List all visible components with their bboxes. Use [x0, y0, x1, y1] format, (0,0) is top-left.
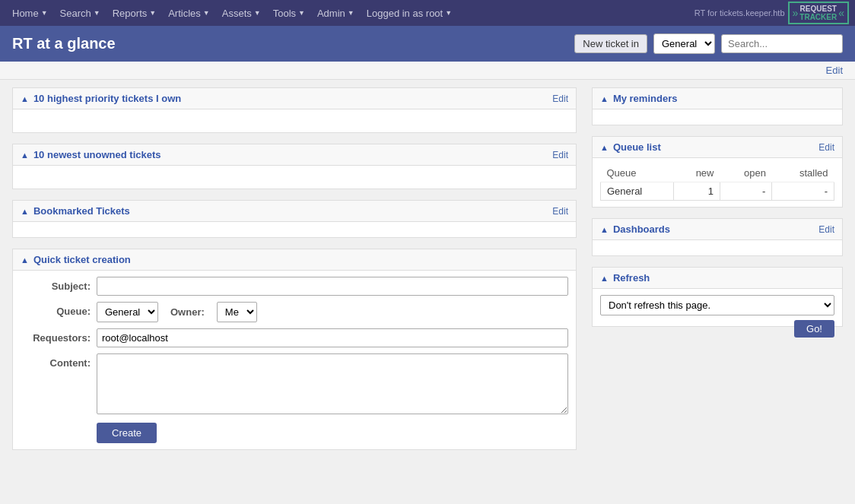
- requestors-label: Requestors:: [21, 328, 97, 344]
- newest-unowned-widget: ▲ 10 newest unowned tickets Edit: [12, 144, 577, 189]
- refresh-title: ▲ Refresh: [600, 272, 650, 284]
- quick-ticket-header: ▲ Quick ticket creation: [13, 249, 576, 271]
- queue-list-header: ▲ Queue list Edit: [593, 137, 842, 158]
- nav-articles-label: Articles: [168, 8, 201, 19]
- new-col-header: new: [674, 164, 720, 182]
- nav-reports-caret: ▼: [149, 9, 156, 17]
- quick-ticket-queue-select[interactable]: General: [97, 302, 158, 322]
- queue-list-title: ▲ Queue list: [600, 141, 661, 153]
- refresh-select[interactable]: Don't refresh this page. Every 2 minutes…: [600, 295, 834, 315]
- dashboards-title: ▲ Dashboards: [600, 223, 670, 235]
- reminders-widget: ▲ My reminders: [592, 87, 843, 125]
- nav-home-label: Home: [12, 8, 39, 19]
- titlebar-right: New ticket in General: [574, 33, 843, 54]
- nav-search-label: Search: [60, 8, 91, 19]
- bookmarked-collapse-icon[interactable]: ▲: [21, 207, 29, 216]
- newest-unowned-collapse-icon[interactable]: ▲: [21, 151, 29, 160]
- top-navbar: Home ▼ Search ▼ Reports ▼ Articles ▼ Ass…: [0, 0, 855, 26]
- quick-ticket-body: Subject: Queue: General Owner: Me: [13, 271, 576, 449]
- requestors-input[interactable]: [97, 328, 568, 347]
- newest-unowned-header: ▲ 10 newest unowned tickets Edit: [13, 144, 576, 166]
- refresh-collapse-icon[interactable]: ▲: [600, 274, 609, 283]
- reminders-title: ▲ My reminders: [600, 93, 677, 104]
- highest-priority-widget: ▲ 10 highest priority tickets I own Edit: [12, 87, 577, 133]
- dashboards-collapse-icon[interactable]: ▲: [600, 225, 609, 234]
- logo-tracker-text: TRACKER: [799, 13, 837, 21]
- right-column: ▲ My reminders ▲ Queue list Edit Queu: [592, 87, 843, 461]
- nav-home-caret: ▼: [41, 9, 48, 17]
- reminders-body: [593, 109, 842, 125]
- content-row: Content:: [21, 353, 568, 417]
- nav-reports[interactable]: Reports ▼: [106, 3, 162, 24]
- refresh-title-text: Refresh: [613, 272, 650, 284]
- table-row: General 1 - -: [601, 182, 834, 201]
- new-ticket-button[interactable]: New ticket in: [574, 34, 647, 53]
- subject-field: [97, 277, 568, 296]
- subject-input[interactable]: [97, 277, 568, 296]
- nav-search-caret: ▼: [94, 9, 100, 17]
- nav-user[interactable]: Logged in as root ▼: [361, 3, 458, 24]
- highest-priority-collapse-icon[interactable]: ▲: [21, 94, 29, 103]
- logo-box: » REQUEST TRACKER «: [788, 2, 849, 24]
- newest-unowned-edit-link[interactable]: Edit: [552, 150, 568, 160]
- top-edit-link[interactable]: Edit: [826, 65, 843, 76]
- queue-new-cell: 1: [674, 182, 720, 201]
- nav-admin-caret: ▼: [348, 9, 354, 17]
- requestors-field: [97, 328, 568, 347]
- queue-stalled-cell: -: [772, 182, 834, 201]
- nav-tools[interactable]: Tools ▼: [267, 3, 311, 24]
- requestors-row: Requestors:: [21, 328, 568, 347]
- open-col-header: open: [720, 164, 772, 182]
- nav-user-label: Logged in as root: [367, 8, 443, 19]
- content-field: [97, 353, 568, 417]
- dashboards-widget: ▲ Dashboards Edit: [592, 218, 843, 256]
- nav-admin-label: Admin: [317, 8, 345, 19]
- queue-col-header: Queue: [601, 164, 674, 182]
- logo-left-arrows: »: [793, 7, 799, 19]
- edit-bar: Edit: [0, 62, 855, 80]
- titlebar: RT at a glance New ticket in General: [0, 26, 855, 62]
- owner-select[interactable]: Me: [217, 302, 257, 322]
- go-button[interactable]: Go!: [794, 320, 834, 338]
- main-content: ▲ 10 highest priority tickets I own Edit…: [0, 80, 855, 468]
- queue-select[interactable]: General: [653, 33, 715, 54]
- nav-assets[interactable]: Assets ▼: [216, 3, 267, 24]
- highest-priority-edit-link[interactable]: Edit: [552, 94, 568, 104]
- queue-list-edit-link[interactable]: Edit: [818, 142, 834, 153]
- reminders-collapse-icon[interactable]: ▲: [600, 94, 609, 103]
- nav-articles-caret: ▼: [203, 9, 210, 17]
- bookmarked-edit-link[interactable]: Edit: [552, 206, 568, 217]
- queue-list-collapse-icon[interactable]: ▲: [600, 143, 609, 152]
- refresh-body: Don't refresh this page. Every 2 minutes…: [593, 289, 842, 326]
- dashboards-title-text: Dashboards: [613, 223, 670, 235]
- nav-reports-label: Reports: [113, 8, 148, 19]
- subject-label: Subject:: [21, 277, 97, 292]
- queue-open-cell: -: [720, 182, 772, 201]
- highest-priority-title: ▲ 10 highest priority tickets I own: [21, 93, 181, 104]
- quick-ticket-collapse-icon[interactable]: ▲: [21, 255, 29, 265]
- queue-list-title-text: Queue list: [613, 141, 661, 153]
- rt-site-label: RT for tickets.keeper.htb: [694, 8, 785, 17]
- newest-unowned-title: ▲ 10 newest unowned tickets: [21, 149, 161, 160]
- dashboards-edit-link[interactable]: Edit: [818, 224, 834, 235]
- create-row: Create: [21, 423, 568, 443]
- bookmarked-header: ▲ Bookmarked Tickets Edit: [13, 201, 576, 222]
- page-title: RT at a glance: [12, 35, 116, 52]
- nav-search[interactable]: Search ▼: [54, 3, 106, 24]
- quick-ticket-title-text: Quick ticket creation: [33, 254, 131, 265]
- nav-tools-caret: ▼: [298, 9, 305, 17]
- nav-home[interactable]: Home ▼: [6, 3, 54, 24]
- queue-list-body: Queue new open stalled General 1 - -: [593, 158, 842, 207]
- nav-tools-label: Tools: [273, 8, 296, 19]
- nav-articles[interactable]: Articles ▼: [162, 3, 216, 24]
- newest-unowned-body: [13, 166, 576, 189]
- left-column: ▲ 10 highest priority tickets I own Edit…: [12, 87, 577, 461]
- content-textarea[interactable]: [97, 353, 568, 414]
- nav-admin[interactable]: Admin ▼: [311, 3, 361, 24]
- create-button[interactable]: Create: [97, 423, 157, 443]
- search-input[interactable]: [721, 34, 843, 53]
- rt-logo: RT for tickets.keeper.htb » REQUEST TRAC…: [694, 2, 849, 24]
- dashboards-header: ▲ Dashboards Edit: [593, 219, 842, 240]
- highest-priority-body: [13, 109, 576, 132]
- logo-request-text: REQUEST: [800, 5, 837, 13]
